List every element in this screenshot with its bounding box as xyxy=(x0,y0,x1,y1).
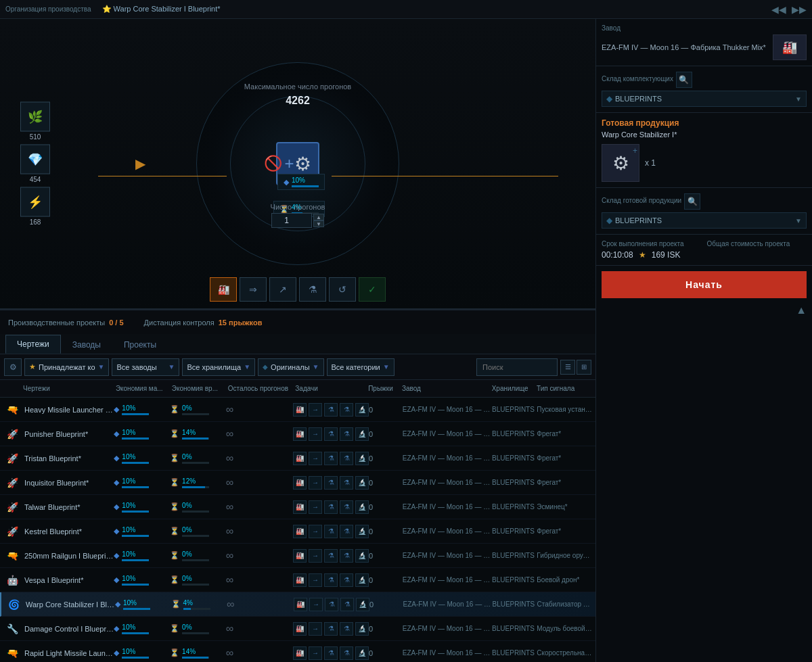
filter-categories-dropdown[interactable]: Все категории ▼ xyxy=(327,358,394,376)
time-hourglass-icon: ⏳ xyxy=(170,624,179,633)
runs-input[interactable] xyxy=(271,213,312,228)
task-icon-4: ⚗ xyxy=(340,598,354,611)
filter-originals-dropdown[interactable]: ◆ Оригиналы ▼ xyxy=(258,358,323,376)
blueprint-row[interactable]: 🔫 Rapid Light Missile Launcher I Bluep..… xyxy=(0,641,595,662)
bp-time-eff: ⏳ 0% xyxy=(170,404,226,415)
tab-blueprints[interactable]: Чертежи xyxy=(5,335,61,354)
time-hourglass-icon: ⏳ xyxy=(170,429,179,438)
task-icon-1: 🏭 xyxy=(294,598,307,611)
time-hourglass-icon: ⏳ xyxy=(170,454,179,463)
tab-factories[interactable]: Заводы xyxy=(61,335,112,354)
mat-diamond-icon: ◆ xyxy=(114,527,119,536)
mat-bar-wrap: 10% xyxy=(122,429,149,440)
toolbar-lab-btn[interactable]: ⚗ xyxy=(299,277,326,302)
task-icon-2: → xyxy=(309,622,322,636)
time-bar-wrap: 0% xyxy=(182,502,209,513)
star-filter-icon: ★ xyxy=(29,362,36,371)
bp-tasks: 🏭 → ⚗ ⚗ 🔬 xyxy=(293,452,369,465)
bp-factory: EZA-FM IV — Moon 16 — Фабрика Th xyxy=(403,625,492,632)
filter-starred-dropdown[interactable]: ★ Принадлежат ко ▼ xyxy=(24,358,109,376)
time-bar-wrap: 0% xyxy=(182,575,209,586)
storage-out-label: Склад готовой продукции xyxy=(602,197,681,204)
mat-bar-wrap: 10% xyxy=(122,648,149,659)
material-count-2: 454 xyxy=(30,176,41,183)
bp-tasks: 🏭 → ⚗ ⚗ 🔬 xyxy=(294,598,369,611)
blueprint-row[interactable]: 🤖 Vespa I Blueprint* ◆ 10% ⏳ 0% ∞ xyxy=(0,568,595,592)
blueprint-row[interactable]: 🚀 Talwar Blueprint* ◆ 10% ⏳ 0% ∞ � xyxy=(0,495,595,519)
bp-time-eff: ⏳ 14% xyxy=(170,429,226,440)
block-icon: 🚫 xyxy=(264,155,282,172)
bp-name: Heavy Missile Launcher I Blueprint xyxy=(24,406,114,414)
mat-bar xyxy=(122,438,149,440)
grid-view-btn[interactable]: ⊞ xyxy=(577,360,591,375)
blueprint-row[interactable]: 🚀 Kestrel Blueprint* ◆ 10% ⏳ 0% ∞ xyxy=(0,519,595,544)
tab-projects[interactable]: Проекты xyxy=(112,335,168,354)
task-icon-2: → xyxy=(309,549,322,563)
manufacturing-view: Максимальное число прогонов 4262 ⚙ ◆ 10%… xyxy=(0,19,595,310)
col-header-mat-eff: Экономия ма... xyxy=(116,385,172,392)
bp-runs: ∞ xyxy=(226,525,293,538)
time-bar-wrap: 14% xyxy=(182,429,209,440)
task-icon-3: ⚗ xyxy=(324,427,338,441)
bp-type: Эсминец* xyxy=(537,503,593,511)
task-icon-1: 🏭 xyxy=(293,452,307,465)
bp-name: Rapid Light Missile Launcher I Bluep... xyxy=(24,649,114,657)
task-icon-4: ⚗ xyxy=(340,573,353,587)
bp-jumps: 0 xyxy=(369,430,403,438)
time-pct: 0% xyxy=(182,502,202,509)
time-hourglass-icon: ⏳ xyxy=(170,405,179,414)
blueprint-row[interactable]: 🔫 Heavy Missile Launcher I Blueprint ◆ 1… xyxy=(0,398,595,422)
runs-infinity: ∞ xyxy=(226,574,233,586)
toolbar-route-btn[interactable]: ↗ xyxy=(269,277,296,302)
blueprint-row[interactable]: 🔧 Damage Control I Blueprint* ◆ 10% ⏳ 0%… xyxy=(0,617,595,641)
mat-bar-wrap: 10% xyxy=(122,526,149,537)
blueprint-row[interactable]: 🔫 250mm Railgun I Blueprint* ◆ 10% ⏳ 0% … xyxy=(0,544,595,568)
task-icon-5: 🔬 xyxy=(355,525,369,538)
bp-name: Kestrel Blueprint* xyxy=(24,527,114,536)
filter-storage-dropdown[interactable]: Все хранилища ▼ xyxy=(182,358,255,376)
nav-right-btn[interactable]: ▶▶ xyxy=(792,4,807,15)
filter-settings-btn[interactable]: ⚙ xyxy=(4,358,22,376)
toolbar-confirm-btn[interactable]: ✓ xyxy=(359,277,386,302)
toolbar-reset-btn[interactable]: ↺ xyxy=(329,277,356,302)
time-bar xyxy=(182,511,209,513)
storage-out-dd-arrow: ▼ xyxy=(795,217,802,224)
start-button[interactable]: Начать xyxy=(602,271,807,298)
bp-mat-eff: ◆ 10% xyxy=(114,477,170,488)
bp-icon: 🚀 xyxy=(3,498,22,517)
bp-storage: BLUEPRINTS xyxy=(492,625,537,632)
bp-icon: 🌀 xyxy=(4,595,23,614)
bp-name: 250mm Railgun I Blueprint* xyxy=(24,552,114,560)
time-hourglass-icon: ⏳ xyxy=(170,551,179,560)
time-bar xyxy=(182,584,209,586)
bp-jumps: 0 xyxy=(369,600,403,609)
search-input[interactable] xyxy=(476,358,558,376)
task-icon-1: 🏭 xyxy=(293,646,307,660)
window-controls: ◀◀ ▶▶ xyxy=(771,4,807,15)
blueprint-row[interactable]: 🌀 Warp Core Stabilizer I Blueprint* ◆ 10… xyxy=(0,592,595,617)
storage-out-dropdown[interactable]: ◆ BLUEPRINTS ▼ xyxy=(602,212,807,229)
bp-jumps: 0 xyxy=(369,576,403,584)
mat-bar xyxy=(122,511,149,513)
right-scroll-up[interactable]: ▲ xyxy=(796,304,807,316)
nav-left-btn[interactable]: ◀◀ xyxy=(771,4,786,15)
task-icon-3: ⚗ xyxy=(324,476,338,490)
blueprint-row[interactable]: 🚀 Punisher Blueprint* ◆ 10% ⏳ 14% ∞ xyxy=(0,422,595,446)
h-line-right xyxy=(332,176,558,176)
runs-down-btn[interactable]: ▼ xyxy=(313,220,324,227)
blueprint-row[interactable]: 🚀 Inquisitor Blueprint* ◆ 10% ⏳ 12% ∞ xyxy=(0,471,595,495)
storage-in-search-btn[interactable]: 🔍 xyxy=(676,72,692,88)
projects-info: Производственные проекты 0 / 5 xyxy=(8,318,124,327)
toolbar-factory-btn[interactable]: 🏭 xyxy=(210,277,237,302)
storage-out-search-btn[interactable]: 🔍 xyxy=(684,193,700,210)
blueprint-row[interactable]: 🚀 Tristan Blueprint* ◆ 10% ⏳ 0% ∞ xyxy=(0,446,595,471)
toolbar-transfer-btn[interactable]: ⇒ xyxy=(240,277,267,302)
storage-in-dropdown[interactable]: ◆ BLUEPRINTS ▼ xyxy=(602,91,807,107)
list-view-btn[interactable]: ☰ xyxy=(560,360,575,375)
mat-diamond-icon: ◆ xyxy=(114,454,119,463)
filter-factories-dropdown[interactable]: Все заводы ▼ xyxy=(112,358,179,376)
runs-up-btn[interactable]: ▲ xyxy=(313,214,324,220)
time-hourglass-icon: ⏳ xyxy=(170,575,179,584)
bp-icon: 🚀 xyxy=(3,449,22,468)
bp-tasks: 🏭 → ⚗ ⚗ 🔬 xyxy=(293,500,369,514)
